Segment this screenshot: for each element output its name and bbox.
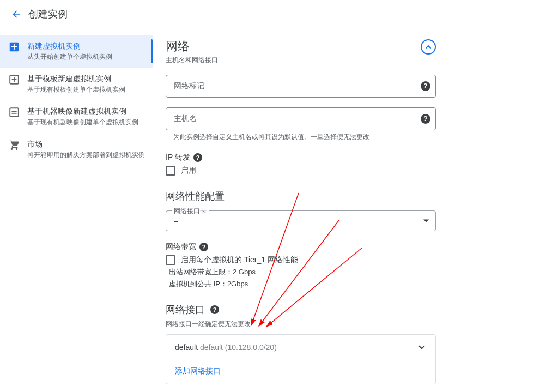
svg-rect-3 xyxy=(11,111,16,112)
bandwidth-label: 网络带宽 xyxy=(166,242,196,252)
network-interfaces-caption: 网络接口一经确定便无法更改 xyxy=(166,319,436,329)
hostname-caption: 为此实例选择自定义主机名或将其设为默认值。一旦选择便无法更改 xyxy=(166,130,436,142)
chevron-down-icon xyxy=(417,342,427,352)
caret-down-icon xyxy=(423,220,429,222)
sidebar-item-label: 基于模板新建虚拟机实例 xyxy=(27,73,146,84)
network-interface-card: default default (10.128.0.0/20) 添加网络接口 xyxy=(166,334,436,384)
sidebar-item-label: 新建虚拟机实例 xyxy=(27,40,146,51)
network-section-subtitle: 主机名和网络接口 xyxy=(166,56,218,65)
network-interface-row[interactable]: default default (10.128.0.0/20) xyxy=(166,335,435,360)
ip-forwarding-checkbox[interactable] xyxy=(166,166,175,176)
egress-limit-text: 出站网络带宽上限：2 Gbps xyxy=(168,267,436,277)
help-icon[interactable]: ? xyxy=(199,243,208,251)
add-network-interface-link[interactable]: 添加网络接口 xyxy=(166,360,435,384)
back-button[interactable] xyxy=(7,4,26,24)
help-icon[interactable]: ? xyxy=(421,114,430,124)
network-tags-field[interactable]: 网络标记 ? xyxy=(166,75,436,98)
collapse-network-button[interactable] xyxy=(421,39,436,55)
plus-square-outline-icon xyxy=(8,74,20,86)
network-tags-placeholder: 网络标记 xyxy=(174,81,204,91)
arrow-left-icon xyxy=(11,9,22,20)
sidebar-item-marketplace[interactable]: 市场 将开箱即用的解决方案部署到虚拟机实例 xyxy=(0,133,153,166)
svg-rect-4 xyxy=(11,113,16,114)
sidebar-item-from-image[interactable]: 基于机器映像新建虚拟机实例 基于现有机器映像创建单个虚拟机实例 xyxy=(0,100,153,133)
tier1-checkbox[interactable] xyxy=(166,255,175,265)
page-title: 创建实例 xyxy=(28,8,68,21)
ip-forwarding-enable-label: 启用 xyxy=(181,166,196,176)
hostname-placeholder: 主机名 xyxy=(174,114,197,124)
network-interfaces-title: 网络接口 xyxy=(166,303,205,316)
help-icon[interactable]: ? xyxy=(210,305,219,314)
public-ip-bw-text: 虚拟机到公共 IP：2Gbps xyxy=(168,279,436,289)
interface-name: default xyxy=(175,343,198,352)
help-icon[interactable]: ? xyxy=(193,153,202,162)
nic-select[interactable]: 网络接口卡 – xyxy=(166,210,436,231)
sidebar-item-desc: 将开箱即用的解决方案部署到虚拟机实例 xyxy=(27,150,146,159)
sidebar-item-label: 市场 xyxy=(27,138,146,149)
chevron-up-icon xyxy=(424,43,433,51)
sidebar-item-desc: 基于现有模板创建单个虚拟机实例 xyxy=(27,85,146,94)
network-perf-title: 网络性能配置 xyxy=(166,190,436,203)
nic-select-value: – xyxy=(174,216,178,225)
sidebar-item-new-vm[interactable]: 新建虚拟机实例 从头开始创建单个虚拟机实例 xyxy=(0,35,153,68)
cart-icon xyxy=(8,139,20,151)
image-outline-icon xyxy=(8,106,20,118)
main-panel: 网络 主机名和网络接口 网络标记 ? 主机名 xyxy=(153,28,558,392)
sidebar-item-from-template[interactable]: 基于模板新建虚拟机实例 基于现有模板创建单个虚拟机实例 xyxy=(0,68,153,100)
sidebar-item-desc: 从头开始创建单个虚拟机实例 xyxy=(27,52,146,61)
network-section-title: 网络 xyxy=(166,38,218,55)
sidebar: 新建虚拟机实例 从头开始创建单个虚拟机实例 基于模板新建虚拟机实例 基于现有模板… xyxy=(0,28,153,392)
hostname-field[interactable]: 主机名 ? xyxy=(166,107,436,130)
svg-rect-2 xyxy=(10,108,19,117)
ip-forwarding-label: IP 转发 xyxy=(166,153,190,162)
sidebar-item-desc: 基于现有机器映像创建单个虚拟机实例 xyxy=(27,118,146,126)
interface-detail: default (10.128.0.0/20) xyxy=(200,343,277,352)
help-icon[interactable]: ? xyxy=(421,81,430,91)
nic-select-label: 网络接口卡 xyxy=(172,207,209,216)
plus-square-icon xyxy=(8,41,20,53)
tier1-label: 启用每个虚拟机的 Tier_1 网络性能 xyxy=(181,255,298,265)
sidebar-item-label: 基于机器映像新建虚拟机实例 xyxy=(27,106,146,117)
